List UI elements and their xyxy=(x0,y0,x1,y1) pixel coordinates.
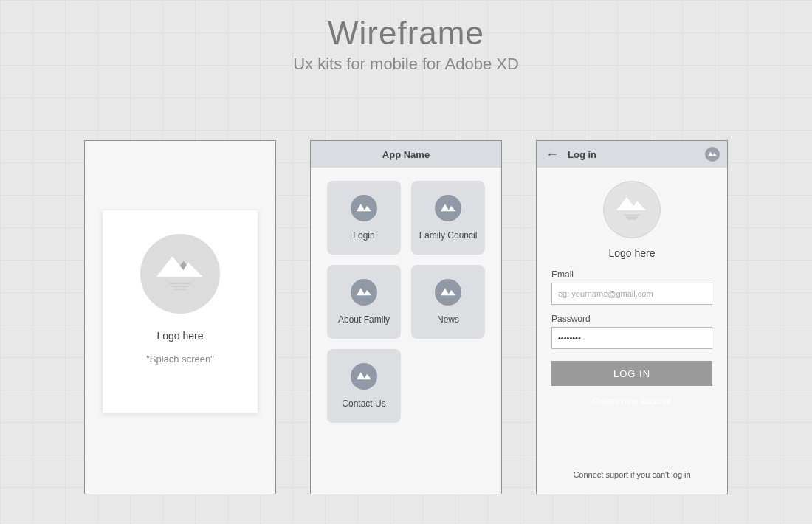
svg-marker-5 xyxy=(441,204,450,211)
tile-about-family[interactable]: About Family xyxy=(327,265,401,339)
create-account-link[interactable]: Create new account xyxy=(551,396,712,407)
appbar-title: App Name xyxy=(382,149,430,160)
support-text: Connect suport if you can't log in xyxy=(537,470,727,479)
tile-contact-us[interactable]: Contact Us xyxy=(327,349,401,423)
tile-grid: Login Family Council About Family News xyxy=(311,168,501,436)
svg-marker-10 xyxy=(448,290,455,296)
splash-logo-label: Logo here xyxy=(156,330,203,342)
svg-marker-14 xyxy=(712,153,717,156)
login-button[interactable]: LOG IN xyxy=(551,361,712,386)
svg-marker-12 xyxy=(364,374,371,380)
mountains-icon xyxy=(435,279,461,306)
logo-placeholder-icon xyxy=(603,181,661,238)
mountains-icon xyxy=(351,363,377,390)
appbar-title: Log in xyxy=(568,149,596,160)
svg-marker-9 xyxy=(441,288,450,295)
mountains-icon xyxy=(156,256,204,280)
tile-label: Family Council xyxy=(419,230,478,241)
water-lines-icon xyxy=(169,281,191,292)
mountains-icon xyxy=(351,195,377,221)
email-input[interactable] xyxy=(551,283,712,305)
password-label: Password xyxy=(551,314,712,324)
mountains-icon xyxy=(435,195,461,221)
login-logo-label: Logo here xyxy=(608,247,655,259)
login-screen: ← Log in Logo here Email Pa xyxy=(536,140,728,494)
menu-screen: App Name Login Family Council About Fami… xyxy=(310,140,502,494)
appbar: ← Log in xyxy=(537,141,727,168)
tile-family-council[interactable]: Family Council xyxy=(411,181,485,255)
splash-subtitle: "Splach screen" xyxy=(146,354,214,365)
mountains-icon xyxy=(351,279,377,306)
page-title: Wireframe xyxy=(0,0,812,52)
avatar-icon[interactable] xyxy=(705,147,720,162)
svg-marker-8 xyxy=(364,290,371,296)
mountains-icon xyxy=(616,197,647,213)
login-body: Logo here Email Password LOG IN Create n… xyxy=(537,168,727,407)
splash-screen: Logo here "Splach screen" xyxy=(84,140,276,494)
tile-label: About Family xyxy=(338,314,390,325)
password-input[interactable] xyxy=(551,327,712,349)
screens-row: Logo here "Splach screen" App Name Login… xyxy=(0,140,812,494)
back-arrow-icon[interactable]: ← xyxy=(546,148,559,161)
login-form: Email Password LOG IN Create new account xyxy=(551,269,712,407)
tile-label: Contact Us xyxy=(342,399,385,409)
tile-label: Login xyxy=(353,230,374,241)
svg-marker-13 xyxy=(708,152,713,156)
svg-marker-3 xyxy=(357,204,365,211)
svg-marker-11 xyxy=(357,372,365,379)
svg-marker-6 xyxy=(448,206,455,212)
tile-label: News xyxy=(437,314,459,325)
tile-news[interactable]: News xyxy=(411,265,485,339)
email-label: Email xyxy=(551,269,712,280)
tile-login[interactable]: Login xyxy=(327,181,401,255)
logo-placeholder-icon xyxy=(140,234,220,314)
svg-marker-4 xyxy=(364,206,371,212)
svg-marker-7 xyxy=(357,288,365,295)
appbar: App Name xyxy=(311,141,501,168)
splash-card: Logo here "Splach screen" xyxy=(103,210,258,413)
water-lines-icon xyxy=(625,214,640,221)
page-subtitle: Ux kits for mobile for Adobe XD xyxy=(0,55,812,74)
